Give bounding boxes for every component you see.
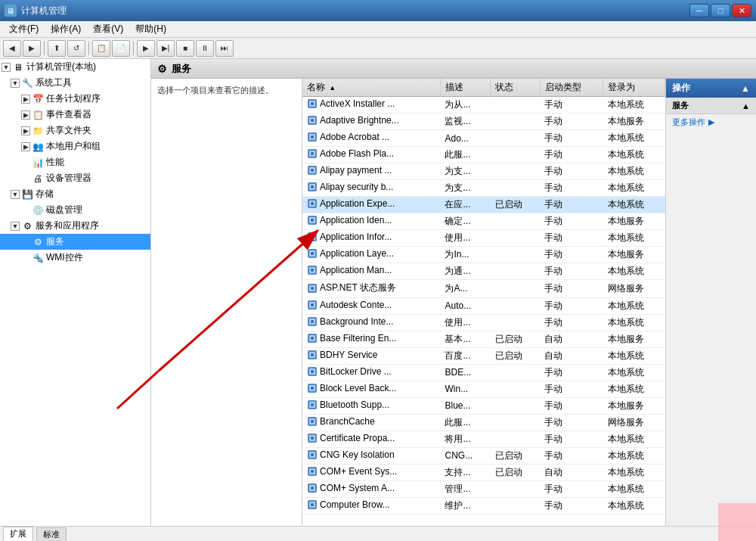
back-button[interactable]: ◀ [3,40,21,57]
svg-point-38 [311,303,314,306]
tree-item-device-manager[interactable]: ▶ 🖨 设备管理器 [0,170,150,186]
root-expand-icon[interactable]: ▼ [2,63,11,72]
service-login-cell: 本地服务 [603,331,665,347]
menu-view[interactable]: 查看(V) [87,21,129,37]
service-icon [307,283,318,294]
table-row[interactable]: CNG Key Isolation CNG... 已启动 手动 本地系统 [302,447,665,464]
tree-item-task-scheduler[interactable]: ▶ 📅 任务计划程序 [0,91,150,107]
tree-item-services[interactable]: ▶ ⚙ 服务 [0,234,150,250]
table-row[interactable]: Application Man... 为通... 手动 本地系统 [302,263,665,280]
tab-extended[interactable]: 扩展 [3,527,33,541]
table-row[interactable]: Application Iden... 确定... 手动 本地服务 [302,213,665,230]
more-actions-link[interactable]: 更多操作 ▶ [666,114,756,130]
service-login-cell: 本地服务 [603,213,665,230]
service-name-cell: Application Man... [302,263,440,280]
service-name-cell: ActiveX Installer ... [302,97,440,113]
svc-apps-expand[interactable]: ▼ [11,222,20,231]
svg-point-59 [311,420,314,423]
up-button[interactable]: ⬆ [48,40,66,57]
action-sub-collapse[interactable]: ▲ [742,101,750,110]
close-button[interactable]: ✕ [732,4,751,17]
tree-item-system-tools[interactable]: ▼ 🔧 系统工具 [0,75,150,91]
table-row[interactable]: Computer Brow... 维护... 手动 本地系统 [302,497,665,514]
menu-help[interactable]: 帮助(H) [129,21,172,37]
table-row[interactable]: Block Level Back... Win... 手动 本地系统 [302,381,665,397]
col-startup[interactable]: 启动类型 [540,79,603,97]
table-row[interactable]: BitLocker Drive ... BDE... 手动 本地系统 [302,364,665,381]
tree-item-wmi[interactable]: ▶ 🔩 WMI控件 [0,250,150,266]
folder-icon: 📁 [32,125,44,137]
service-status-cell [491,280,540,298]
users-expand[interactable]: ▶ [21,142,30,151]
refresh-button[interactable]: ↺ [67,40,85,57]
tree-root[interactable]: ▼ 🖥 计算机管理(本地) [0,59,150,75]
table-row[interactable]: Base Filtering En... 基本... 已启动 自动 本地服务 [302,331,665,347]
show-hide-button[interactable]: 📋 [92,40,110,57]
table-row[interactable]: BranchCache 此服... 手动 网络服务 [302,414,665,431]
shared-expand[interactable]: ▶ [21,126,30,135]
pause-button[interactable]: ⏸ [196,40,214,57]
play-button[interactable]: ▶ [137,40,155,57]
service-startup-cell: 手动 [540,213,603,230]
action-sub-header: 服务 ▲ [666,98,756,114]
tree-item-disk-management[interactable]: ▶ 💿 磁盘管理 [0,202,150,218]
table-row[interactable]: COM+ Event Sys... 支持... 已启动 自动 本地系统 [302,464,665,480]
table-row[interactable]: Application Infor... 使用... 手动 本地系统 [302,230,665,247]
stop-button[interactable]: ■ [176,40,194,57]
forward-button[interactable]: ▶ [23,40,41,57]
maximize-button[interactable]: □ [711,4,730,17]
table-row[interactable]: Adobe Flash Pla... 此服... 手动 本地系统 [302,147,665,163]
table-row[interactable]: Application Expe... 在应... 已启动 手动 本地系统 [302,197,665,213]
minimize-button[interactable]: ─ [689,4,709,17]
table-row[interactable]: ASP.NET 状态服务 为A... 手动 网络服务 [302,280,665,298]
service-status-cell: 已启动 [491,197,540,213]
table-row[interactable]: Background Inte... 使用... 手动 本地系统 [302,314,665,331]
menu-file[interactable]: 文件(F) [3,21,45,37]
table-row[interactable]: BDHY Service 百度... 已启动 自动 本地系统 [302,347,665,364]
service-desc-cell: 支持... [440,464,490,480]
menu-action[interactable]: 操作(A) [45,21,87,37]
service-icon [307,98,318,109]
svg-point-17 [311,185,314,188]
table-row[interactable]: ActiveX Installer ... 为从... 手动 本地系统 [302,97,665,113]
task-scheduler-expand[interactable]: ▶ [21,95,30,104]
service-login-cell: 本地系统 [603,197,665,213]
service-login-cell: 本地系统 [603,381,665,397]
table-row[interactable]: Bluetooth Supp... Blue... 手动 本地服务 [302,397,665,414]
service-status-cell [491,431,540,447]
tab-standard[interactable]: 标准 [36,527,67,541]
play2-button[interactable]: ▶| [156,40,175,57]
service-table-area[interactable]: 名称 ▲ 描述 状态 启动类型 [302,79,665,526]
svg-point-65 [311,453,314,456]
table-row[interactable]: Autodesk Conte... Auto... 手动 本地系统 [302,297,665,314]
service-login-cell: 本地系统 [603,263,665,280]
table-row[interactable]: Adobe Acrobat ... Ado... 手动 本地系统 [302,130,665,147]
system-tools-expand[interactable]: ▼ [11,79,20,88]
service-status-cell: 已启动 [491,464,540,480]
col-description[interactable]: 描述 [440,79,490,97]
export-button[interactable]: 📄 [112,40,130,57]
table-row[interactable]: COM+ System A... 管理... 手动 本地系统 [302,480,665,497]
tree-item-performance[interactable]: ▶ 📊 性能 [0,154,150,170]
table-row[interactable]: Application Laye... 为In... 手动 本地服务 [302,247,665,263]
table-row[interactable]: Adaptive Brightne... 监视... 手动 本地服务 [302,113,665,130]
table-row[interactable]: Certificate Propa... 将用... 手动 本地系统 [302,431,665,447]
tree-item-shared-folders[interactable]: ▶ 📁 共享文件夹 [0,123,150,138]
tree-item-services-apps[interactable]: ▼ ⚙ 服务和应用程序 [0,218,150,234]
col-login[interactable]: 登录为 [603,79,665,97]
action-collapse-icon[interactable]: ▲ [741,83,750,94]
service-status-cell [491,163,540,180]
service-status-cell [491,247,540,263]
service-startup-cell: 手动 [540,397,603,414]
col-name[interactable]: 名称 ▲ [302,79,440,97]
storage-expand[interactable]: ▼ [11,190,20,199]
col-status[interactable]: 状态 [491,79,540,97]
table-row[interactable]: Alipay security b... 为支... 手动 本地系统 [302,180,665,197]
tree-item-storage[interactable]: ▼ 💾 存储 [0,186,150,202]
table-row[interactable]: Alipay payment ... 为支... 手动 本地系统 [302,163,665,180]
tree-item-event-viewer[interactable]: ▶ 📋 事件查看器 [0,107,150,123]
event-viewer-expand[interactable]: ▶ [21,110,30,120]
service-desc-cell: BDE... [440,364,490,381]
skip-button[interactable]: ⏭ [215,40,234,57]
tree-item-local-users[interactable]: ▶ 👥 本地用户和组 [0,138,150,154]
